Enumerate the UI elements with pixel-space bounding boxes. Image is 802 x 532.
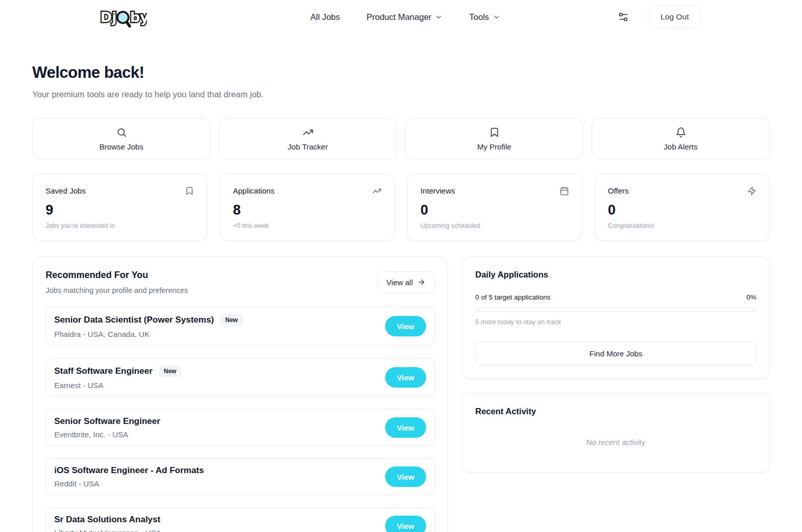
job-tracker-label: Job Tracker xyxy=(288,142,328,151)
view-job-button[interactable]: View xyxy=(385,417,426,438)
nav-all-jobs[interactable]: All Jobs xyxy=(310,12,340,22)
job-company: Eventbrite, Inc. - USA xyxy=(54,430,160,439)
browse-jobs-label: Browse Jobs xyxy=(99,142,143,151)
main-nav: All Jobs Product Manager Tools xyxy=(310,12,500,22)
sliders-icon xyxy=(618,11,629,23)
daily-progress-hint: 5 more today to stay on track xyxy=(475,318,756,326)
logout-button[interactable]: Log Out xyxy=(647,5,702,29)
interviews-stat-value: 0 xyxy=(420,202,569,218)
offers-stat-sub: Congratulations! xyxy=(608,222,756,229)
daily-applications-panel: Daily Applications 0 of 5 target applica… xyxy=(462,257,770,379)
job-tracker-card[interactable]: Job Tracker xyxy=(219,118,397,159)
nav-tools[interactable]: Tools xyxy=(469,12,500,22)
jobs-list: Senior Data Scientist (Power Systems) Ne… xyxy=(46,307,435,532)
page-subtitle: Your premium tools are ready to help you… xyxy=(32,90,770,99)
saved-jobs-stat-label: Saved Jobs xyxy=(46,186,86,195)
job-title: Staff Software Engineer xyxy=(54,366,153,376)
job-alerts-card[interactable]: Job Alerts xyxy=(592,118,770,159)
recent-activity-empty: No recent activity xyxy=(475,438,756,446)
nav-product-manager-label: Product Manager xyxy=(367,12,432,22)
recommended-panel: Recommended For You Jobs matching your p… xyxy=(32,257,448,532)
page-title: Welcome back! xyxy=(32,63,770,82)
applications-stat-card: Applications 8 +0 this week xyxy=(220,174,395,241)
quick-actions-row: Browse Jobs Job Tracker My Profile Job A… xyxy=(32,118,770,159)
job-title: Senior Data Scientist (Power Systems) xyxy=(54,315,214,325)
job-alerts-label: Job Alerts xyxy=(664,142,698,151)
my-profile-label: My Profile xyxy=(477,142,512,151)
logo-text-dj: Dj xyxy=(100,9,117,25)
offers-stat-value: 0 xyxy=(608,202,756,218)
job-company: Liberty Mutual Insurance - USA xyxy=(54,528,161,532)
interviews-stat-label: Interviews xyxy=(420,186,455,195)
daily-progress-percent: 0% xyxy=(746,293,756,301)
job-title: Senior Software Engineer xyxy=(54,416,160,427)
stats-row: Saved Jobs 9 Jobs you're interested in A… xyxy=(32,174,770,241)
search-icon xyxy=(116,127,127,138)
interviews-stat-card: Interviews 0 Upcoming scheduled xyxy=(407,174,582,241)
content-columns: Recommended For You Jobs matching your p… xyxy=(32,257,770,532)
interviews-stat-sub: Upcoming scheduled xyxy=(420,222,569,229)
applications-stat-label: Applications xyxy=(233,186,275,195)
header-actions: Log Out xyxy=(618,5,702,29)
logo-magnifier-handle xyxy=(127,22,130,26)
find-more-jobs-button[interactable]: Find More Jobs xyxy=(475,342,756,366)
bell-icon xyxy=(676,127,686,138)
view-all-button[interactable]: View all xyxy=(377,271,435,293)
calendar-icon xyxy=(560,186,569,196)
right-column: Daily Applications 0 of 5 target applica… xyxy=(462,257,770,473)
job-company: Phaidra - USA, Canada, UK xyxy=(54,330,243,338)
trending-up-icon xyxy=(372,186,382,196)
new-badge: New xyxy=(220,314,243,326)
arrow-right-icon xyxy=(417,278,426,286)
trending-up-icon xyxy=(303,127,313,138)
header: Dj by All Jobs Product Manager Tools xyxy=(0,0,802,33)
job-card: Sr Data Solutions Analyst Liberty Mutual… xyxy=(46,507,435,532)
job-title: Sr Data Solutions Analyst xyxy=(54,515,160,525)
view-job-button[interactable]: View xyxy=(385,516,426,532)
zap-icon xyxy=(747,186,756,196)
daily-progress-bar xyxy=(475,308,756,311)
view-job-button[interactable]: View xyxy=(385,367,426,388)
nav-product-manager[interactable]: Product Manager xyxy=(367,12,443,22)
recommended-title: Recommended For You xyxy=(46,270,188,281)
applications-stat-value: 8 xyxy=(233,202,382,218)
saved-jobs-stat-sub: Jobs you're interested in xyxy=(46,222,194,229)
job-title: iOS Software Engineer - Ad Formats xyxy=(54,465,204,476)
bookmark-icon xyxy=(489,127,500,138)
view-job-button[interactable]: View xyxy=(385,316,426,336)
job-card: Senior Data Scientist (Power Systems) Ne… xyxy=(46,307,435,346)
dashboard-main: Welcome back! Your premium tools are rea… xyxy=(32,63,770,532)
applications-stat-sub: +0 this week xyxy=(233,222,382,229)
djoby-logo-icon: Dj by xyxy=(100,5,147,29)
job-card: iOS Software Engineer - Ad Formats Reddi… xyxy=(46,458,435,495)
new-badge: New xyxy=(159,365,182,377)
recommended-subtitle: Jobs matching your profile and preferenc… xyxy=(46,286,188,294)
saved-jobs-stat-value: 9 xyxy=(46,202,194,218)
nav-tools-label: Tools xyxy=(469,12,489,22)
job-card: Senior Software Engineer Eventbrite, Inc… xyxy=(46,409,435,446)
offers-stat-label: Offers xyxy=(608,186,629,195)
job-company: Earnest - USA xyxy=(54,381,181,390)
saved-jobs-stat-card: Saved Jobs 9 Jobs you're interested in xyxy=(32,174,207,241)
my-profile-card[interactable]: My Profile xyxy=(405,118,583,159)
view-job-button[interactable]: View xyxy=(385,466,426,487)
job-company: Reddit - USA xyxy=(54,479,204,488)
djoby-logo[interactable]: Dj by xyxy=(100,5,147,29)
daily-progress-label: 0 of 5 target applications xyxy=(475,293,551,301)
bookmark-icon xyxy=(185,186,194,196)
offers-stat-card: Offers 0 Congratulations! xyxy=(595,174,770,241)
daily-applications-title: Daily Applications xyxy=(475,270,756,280)
chevron-down-icon xyxy=(493,13,500,21)
chevron-down-icon xyxy=(435,13,442,21)
view-all-label: View all xyxy=(387,278,413,287)
recent-activity-title: Recent Activity xyxy=(475,407,756,416)
job-card: Staff Software Engineer New Earnest - US… xyxy=(46,358,435,397)
browse-jobs-card[interactable]: Browse Jobs xyxy=(32,118,210,159)
recent-activity-panel: Recent Activity No recent activity xyxy=(462,393,770,473)
nav-all-jobs-label: All Jobs xyxy=(310,12,340,22)
settings-sliders-button[interactable] xyxy=(618,11,629,23)
logo-text-by: by xyxy=(130,9,147,25)
